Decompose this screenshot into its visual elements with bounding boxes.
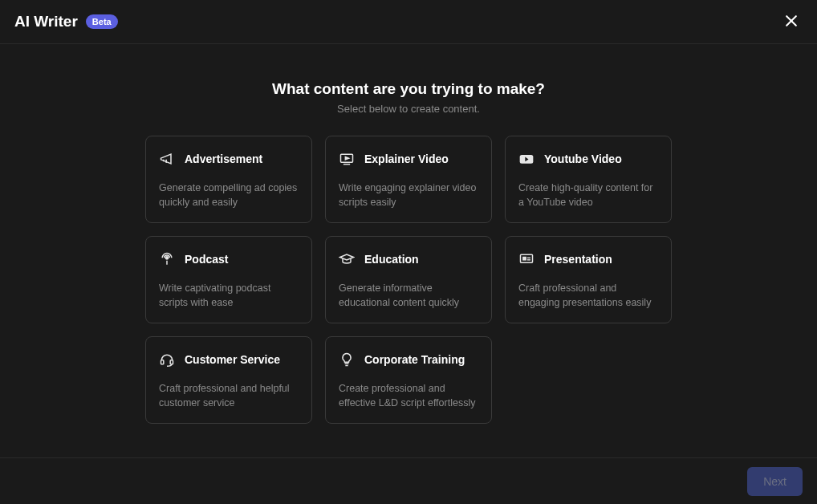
card-head: Presentation — [518, 251, 658, 267]
megaphone-icon — [159, 151, 175, 167]
svg-rect-6 — [521, 254, 533, 262]
close-icon — [783, 13, 799, 31]
card-desc: Create high-quality content for a YouTub… — [518, 181, 658, 209]
headset-icon — [159, 352, 175, 368]
card-title: Podcast — [185, 253, 228, 266]
play-screen-icon — [339, 151, 355, 167]
header: AI Writer Beta — [0, 0, 817, 44]
main-content: What content are you trying to make? Sel… — [0, 44, 817, 424]
card-advertisement[interactable]: Advertisement Generate compelling ad cop… — [145, 136, 312, 223]
svg-rect-7 — [523, 258, 526, 260]
card-desc: Craft professional and helpful customer … — [159, 382, 299, 410]
page-subheading: Select below to create content. — [337, 103, 480, 115]
card-explainer-video[interactable]: Explainer Video Write engaging explainer… — [325, 136, 492, 223]
card-youtube-video[interactable]: Youtube Video Create high-quality conten… — [505, 136, 672, 223]
footer: Next — [0, 457, 817, 504]
card-head: Customer Service — [159, 352, 299, 368]
card-title: Youtube Video — [544, 152, 622, 165]
card-title: Explainer Video — [364, 152, 449, 165]
card-desc: Write captivating podcast scripts with e… — [159, 282, 299, 310]
svg-rect-10 — [161, 360, 164, 364]
card-title: Education — [364, 253, 419, 266]
card-podcast[interactable]: Podcast Write captivating podcast script… — [145, 236, 312, 323]
card-head: Podcast — [159, 251, 299, 267]
card-title: Customer Service — [185, 353, 280, 366]
card-head: Education — [339, 251, 478, 267]
card-title: Presentation — [544, 253, 612, 266]
card-corporate-training[interactable]: Corporate Training Create professional a… — [325, 336, 492, 424]
card-customer-service[interactable]: Customer Service Craft professional and … — [145, 336, 312, 424]
page-heading: What content are you trying to make? — [272, 80, 545, 98]
card-desc: Craft professional and engaging presenta… — [518, 282, 658, 310]
options-grid: Advertisement Generate compelling ad cop… — [145, 136, 672, 424]
presentation-icon — [518, 251, 535, 267]
card-head: Advertisement — [159, 151, 299, 167]
close-button[interactable] — [780, 10, 803, 33]
card-desc: Generate informative educational content… — [339, 282, 478, 310]
header-left: AI Writer Beta — [14, 13, 118, 30]
card-desc: Generate compelling ad copies quickly an… — [159, 181, 299, 209]
youtube-icon — [518, 151, 535, 167]
card-head: Corporate Training — [339, 352, 478, 368]
svg-rect-11 — [170, 360, 173, 364]
card-head: Youtube Video — [518, 151, 658, 167]
card-title: Advertisement — [185, 152, 262, 165]
card-title: Corporate Training — [364, 353, 465, 366]
card-desc: Create professional and effective L&D sc… — [339, 382, 478, 410]
svg-point-5 — [165, 257, 168, 259]
next-button[interactable]: Next — [747, 467, 803, 496]
app-title: AI Writer — [14, 13, 78, 30]
graduation-cap-icon — [339, 251, 355, 267]
card-head: Explainer Video — [339, 151, 478, 167]
card-desc: Write engaging explainer video scripts e… — [339, 181, 478, 209]
card-presentation[interactable]: Presentation Craft professional and enga… — [505, 236, 672, 323]
beta-badge: Beta — [86, 14, 118, 29]
lightbulb-icon — [339, 352, 355, 368]
podcast-icon — [159, 251, 175, 267]
card-education[interactable]: Education Generate informative education… — [325, 236, 492, 323]
